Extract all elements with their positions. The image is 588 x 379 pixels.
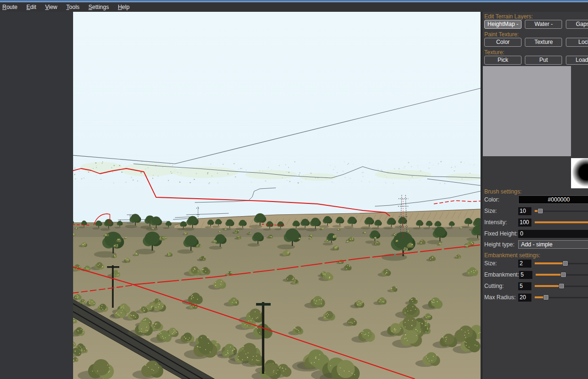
brush-intensity-slider[interactable] bbox=[535, 219, 588, 226]
paint-texture-label: Paint Texture: bbox=[484, 31, 519, 38]
embankment-size-row: Size: 2 bbox=[484, 259, 588, 268]
gaps-button[interactable]: Gaps - bbox=[566, 20, 588, 29]
menu-route[interactable]: Route bbox=[1, 3, 18, 11]
terrain-layers-label: Edit Terrain Layers: bbox=[484, 13, 533, 20]
heightmap-button[interactable]: HeightMap - bbox=[484, 20, 522, 29]
put-button[interactable]: Put bbox=[525, 56, 562, 65]
embankment-slider[interactable] bbox=[536, 272, 588, 278]
texture-mode-button[interactable]: Texture bbox=[525, 38, 562, 47]
menu-view[interactable]: View bbox=[44, 3, 58, 11]
menu-settings[interactable]: Settings bbox=[88, 3, 110, 11]
brush-color-input[interactable]: #000000 bbox=[518, 195, 588, 204]
slider-fill bbox=[535, 285, 562, 287]
slider-fill bbox=[535, 221, 588, 223]
slider-handle[interactable] bbox=[543, 295, 549, 300]
brush-size-slider[interactable] bbox=[535, 208, 588, 214]
brush-size-row: Size: 10 bbox=[484, 207, 588, 215]
fixed-height-row: Fixed Height: 0 bbox=[484, 229, 588, 238]
brush-shape-preview bbox=[571, 158, 588, 188]
brush-size-label: Size: bbox=[484, 208, 518, 214]
terrain-scene bbox=[73, 12, 480, 379]
embankment-settings-label: Embankment settings: bbox=[484, 252, 540, 259]
slider-handle[interactable] bbox=[563, 261, 568, 266]
menu-bar: Route Edit View Tools Settings Help bbox=[0, 2, 588, 12]
brush-color-row: Color: #000000 bbox=[484, 195, 588, 204]
height-type-dropdown[interactable]: Add - simple bbox=[518, 240, 588, 249]
route-editor-window: Route Edit View Tools Settings Help Edit… bbox=[0, 0, 588, 379]
pick-button[interactable]: Pick bbox=[484, 56, 522, 65]
height-type-row: Height type: Add - simple bbox=[484, 240, 588, 249]
color-mode-button[interactable]: Color bbox=[484, 38, 522, 47]
embankment-label: Embankment: bbox=[484, 271, 519, 278]
water-button[interactable]: Water - bbox=[525, 20, 562, 29]
lock-button[interactable]: Lock bbox=[566, 38, 588, 47]
menu-edit[interactable]: Edit bbox=[25, 3, 37, 11]
brush-color-label: Color: bbox=[484, 196, 518, 203]
brush-intensity-input[interactable]: 100 bbox=[518, 219, 531, 227]
left-gutter bbox=[0, 12, 73, 379]
max-radius-label: Max Radius: bbox=[484, 294, 518, 301]
texture-buttons: Pick Put Load... bbox=[484, 56, 588, 65]
terrain-layers-buttons: HeightMap - Water - Gaps - bbox=[484, 20, 588, 29]
embankment-input[interactable]: 5 bbox=[519, 271, 532, 279]
terrain-tools-panel: Edit Terrain Layers: HeightMap - Water -… bbox=[481, 12, 588, 379]
brush-size-input[interactable]: 10 bbox=[518, 207, 531, 215]
embankment-size-slider[interactable] bbox=[535, 261, 588, 267]
brush-intensity-label: Intensity: bbox=[484, 219, 518, 226]
brush-intensity-row: Intensity: 100 bbox=[484, 218, 588, 227]
load-button[interactable]: Load... bbox=[566, 56, 588, 65]
cutting-label: Cutting: bbox=[484, 283, 518, 289]
cutting-input[interactable]: 5 bbox=[518, 282, 531, 290]
slider-handle[interactable] bbox=[538, 208, 543, 214]
max-radius-slider[interactable] bbox=[535, 295, 588, 301]
menu-help[interactable]: Help bbox=[117, 3, 131, 11]
texture-label: Texture: bbox=[484, 49, 505, 56]
texture-preview[interactable] bbox=[483, 66, 571, 156]
slider-fill bbox=[535, 262, 565, 264]
embankment-row: Embankment: 5 bbox=[484, 270, 588, 279]
viewport-3d[interactable] bbox=[73, 12, 480, 379]
menu-tools[interactable]: Tools bbox=[66, 3, 81, 11]
fixed-height-label: Fixed Height: bbox=[484, 230, 518, 237]
cutting-slider[interactable] bbox=[535, 283, 588, 289]
embankment-size-input[interactable]: 2 bbox=[518, 260, 531, 268]
brush-settings-label: Brush settings: bbox=[484, 188, 522, 195]
slider-handle[interactable] bbox=[561, 272, 566, 278]
slider-handle[interactable] bbox=[559, 283, 564, 289]
max-radius-input[interactable]: 20 bbox=[518, 294, 531, 302]
fixed-height-input[interactable]: 0 bbox=[518, 230, 588, 238]
cutting-row: Cutting: 5 bbox=[484, 282, 588, 290]
height-type-label: Height type: bbox=[484, 241, 518, 248]
slider-fill bbox=[536, 274, 563, 276]
paint-texture-buttons: Color Texture Lock bbox=[484, 38, 588, 47]
embankment-size-label: Size: bbox=[484, 260, 518, 267]
max-radius-row: Max Radius: 20 bbox=[484, 293, 588, 302]
